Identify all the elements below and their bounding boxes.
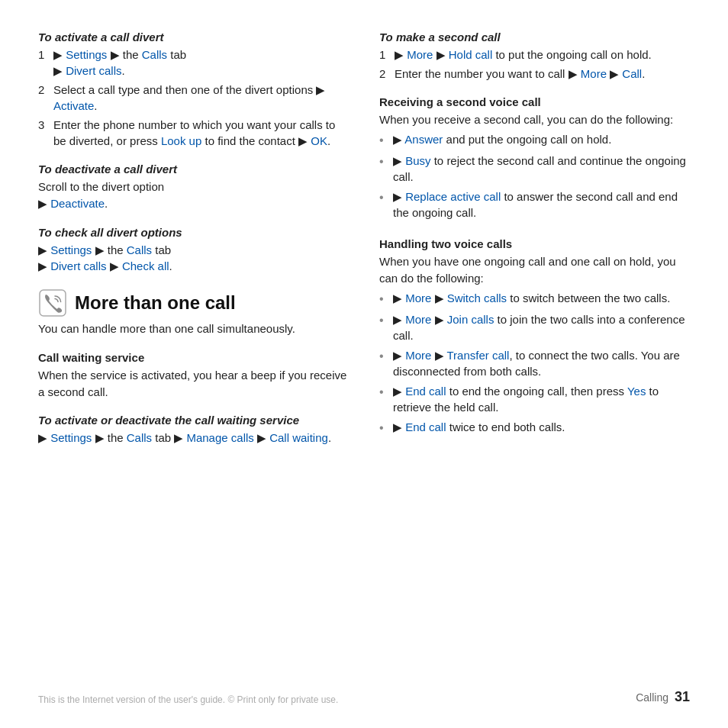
section-check-divert-title: To check all divert options [38, 226, 349, 239]
main-heading: More than one call [75, 292, 236, 314]
join-calls-link: Join calls [447, 313, 494, 326]
switch-calls-link: Switch calls [447, 292, 507, 304]
deactivate-divert-text: Scroll to the divert option▶ Deactivate. [38, 179, 349, 212]
replace-active-link: Replace active call [405, 190, 501, 203]
section-activate-waiting: To activate or deactivate the call waiti… [38, 414, 349, 449]
right-step-1: 1 ▶ More ▶ Hold call to put the ongoing … [379, 47, 690, 63]
transfer-call-link: Transfer call [446, 349, 509, 362]
call-waiting-text: When the service is activated, you hear … [38, 367, 349, 401]
bullet-end-call-1: • ▶ End call to end the ongoing call, th… [379, 383, 690, 415]
section-activate-divert-title: To activate a call divert [38, 31, 349, 43]
settings-link2: Settings [50, 243, 92, 256]
activate-link: Activate [53, 99, 94, 112]
hold-call-link: Hold call [449, 48, 493, 61]
activate-waiting-text: ▶ Settings ▶ the Calls tab ▶ Manage call… [38, 430, 349, 446]
step-2: 2 Select a call type and then one of the… [38, 82, 349, 114]
settings-link3: Settings [50, 431, 92, 444]
step-3: 3 Enter the phone number to which you wa… [38, 117, 349, 149]
check-all-link: Check all [122, 259, 169, 272]
end-call-link1: End call [405, 385, 446, 398]
second-call-steps: 1 ▶ More ▶ Hold call to put the ongoing … [379, 47, 690, 82]
right-column: To make a second call 1 ▶ More ▶ Hold ca… [379, 31, 690, 681]
calls-tab-link3: Calls [127, 431, 152, 444]
busy-link: Busy [405, 154, 430, 167]
receiving-intro: When you receive a second call, you can … [379, 111, 690, 128]
footer: This is the Internet version of the user… [38, 681, 690, 705]
right-step-2: 2 Enter the number you want to call ▶ Mo… [379, 66, 690, 82]
bullet-join: • ▶ More ▶ Join calls to join the two ca… [379, 311, 690, 343]
second-call-title: To make a second call [379, 31, 690, 43]
handling-title: Handling two voice calls [379, 237, 690, 250]
intro-text: You can handle more than one call simult… [38, 321, 349, 337]
left-column: To activate a call divert 1 ▶ Settings ▶… [38, 31, 349, 681]
more-than-one-call-heading-row: More than one call [38, 288, 349, 317]
footer-section: Calling [636, 691, 668, 704]
check-divert-text: ▶ Settings ▶ the Calls tab ▶ Divert call… [38, 242, 349, 275]
more-link3: More [405, 292, 431, 304]
divert-calls-link2: Divert calls [50, 259, 106, 272]
section-receiving: Receiving a second voice call When you r… [379, 95, 690, 227]
lookup-link: Look up [161, 134, 201, 147]
calls-tab-link2: Calls [127, 243, 152, 256]
bullet-transfer: • ▶ More ▶ Transfer call, to connect the… [379, 347, 690, 379]
footer-note: This is the Internet version of the user… [38, 694, 636, 705]
receiving-title: Receiving a second voice call [379, 95, 690, 108]
receiving-bullets: • ▶ Answer and put the ongoing call on h… [379, 131, 690, 221]
call-waiting-title: Call waiting service [38, 351, 349, 364]
handling-intro: When you have one ongoing call and one c… [379, 253, 690, 287]
ok-link: OK [311, 134, 327, 147]
bullet-end-call-2: • ▶ End call twice to end both calls. [379, 419, 690, 436]
more-link5: More [405, 349, 431, 362]
activate-waiting-title: To activate or deactivate the call waiti… [38, 414, 349, 427]
section-activate-divert: To activate a call divert 1 ▶ Settings ▶… [38, 31, 349, 152]
activate-divert-steps: 1 ▶ Settings ▶ the Calls tab ▶ Divert ca… [38, 47, 349, 149]
call-link: Call [622, 67, 642, 80]
more-link2: More [581, 67, 607, 80]
section-handling: Handling two voice calls When you have o… [379, 237, 690, 443]
handling-bullets: • ▶ More ▶ Switch calls to switch betwee… [379, 290, 690, 437]
svg-rect-0 [40, 290, 66, 316]
manage-calls-link: Manage calls [186, 431, 253, 444]
bullet-replace: • ▶ Replace active call to answer the se… [379, 188, 690, 221]
step-1: 1 ▶ Settings ▶ the Calls tab ▶ Divert ca… [38, 47, 349, 79]
section-intro: You can handle more than one call simult… [38, 321, 349, 340]
bullet-answer: • ▶ Answer and put the ongoing call on h… [379, 131, 690, 149]
divert-calls-link: Divert calls [66, 64, 121, 77]
deactivate-link: Deactivate [50, 197, 105, 210]
end-call-link2: End call [405, 420, 446, 433]
call-waiting-link: Call waiting [269, 431, 328, 444]
bullet-busy: • ▶ Busy to reject the second call and c… [379, 153, 690, 185]
bullet-switch: • ▶ More ▶ Switch calls to switch betwee… [379, 290, 690, 308]
more-link4: More [405, 313, 431, 326]
footer-right: Calling 31 [636, 689, 690, 705]
footer-page-number: 31 [675, 689, 690, 705]
yes-link: Yes [627, 385, 646, 398]
page: To activate a call divert 1 ▶ Settings ▶… [0, 0, 728, 728]
section-call-waiting: Call waiting service When the service is… [38, 351, 349, 404]
more-link1: More [407, 48, 433, 61]
section-deactivate-divert: To deactivate a call divert Scroll to th… [38, 163, 349, 215]
phone-icon [38, 288, 67, 317]
calls-tab-link: Calls [142, 48, 167, 61]
section-check-divert: To check all divert options ▶ Settings ▶… [38, 226, 349, 279]
settings-link: Settings [66, 48, 107, 61]
answer-link: Answer [404, 133, 443, 146]
section-second-call: To make a second call 1 ▶ More ▶ Hold ca… [379, 31, 690, 85]
section-deactivate-divert-title: To deactivate a call divert [38, 163, 349, 176]
